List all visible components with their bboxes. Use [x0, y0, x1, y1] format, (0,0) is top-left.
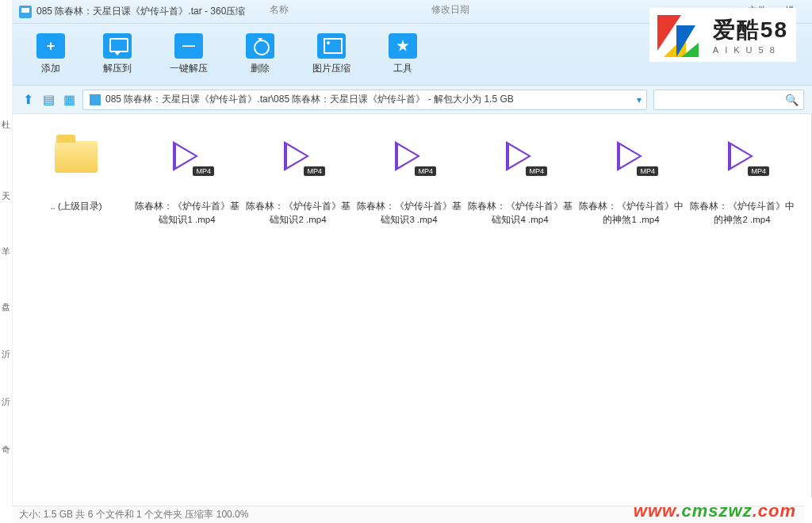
file-item[interactable]: MP4 陈春林：《炉传斗首》基础知识3 .mp4	[354, 130, 465, 233]
left-edge-sliver: 杜 天 羊 盘 沂 沂 奇	[0, 0, 13, 507]
video-icon: MP4	[390, 138, 428, 176]
image-compress-button[interactable]: 图片压缩	[312, 33, 350, 75]
image-icon	[317, 33, 346, 59]
video-icon: MP4	[168, 138, 206, 176]
chevron-down-icon[interactable]: ▾	[637, 94, 642, 105]
file-item[interactable]: MP4 陈春林：《炉传斗首》基础知识4 .mp4	[465, 130, 576, 233]
add-icon	[36, 33, 65, 59]
oneclick-icon	[174, 33, 203, 59]
path-text: 085 陈春林：天星日课《炉传斗首》.tar\085 陈春林：天星日课《炉传斗首…	[105, 93, 514, 106]
extract-to-button[interactable]: 解压到	[103, 33, 132, 75]
up-button[interactable]: ⬆	[21, 93, 35, 107]
parent-folder-item[interactable]: .. (上级目录)	[21, 130, 132, 233]
brand-logo: 爱酷58 AIKU58	[649, 8, 796, 62]
video-icon: MP4	[612, 138, 650, 176]
path-input[interactable]: 085 陈春林：天星日课《炉传斗首》.tar\085 陈春林：天星日课《炉传斗首…	[82, 90, 647, 110]
video-icon: MP4	[723, 138, 761, 176]
view-list-button[interactable]: ▤	[41, 93, 56, 107]
search-input[interactable]	[659, 94, 785, 105]
view-grid-button[interactable]: ▦	[62, 93, 76, 107]
status-text: 大小: 1.5 GB 共 6 个文件和 1 个文件夹 压缩率 100.0%	[19, 508, 248, 521]
video-icon: MP4	[501, 138, 539, 176]
window-title: 085 陈春林：天星日课《炉传斗首》.tar - 360压缩	[36, 5, 245, 18]
delete-button[interactable]: 删除	[246, 33, 274, 75]
add-button[interactable]: 添加	[36, 33, 65, 75]
logo-mark-icon	[657, 11, 705, 59]
path-bar: ⬆ ▤ ▦ 085 陈春林：天星日课《炉传斗首》.tar\085 陈春林：天星日…	[13, 86, 812, 114]
background-column-headers: 名称修改日期	[270, 3, 612, 17]
delete-icon	[246, 33, 274, 59]
tools-icon	[389, 33, 417, 59]
search-box[interactable]: 🔍	[653, 90, 804, 110]
file-item[interactable]: MP4 陈春林：《炉传斗首》中的神煞2 .mp4	[687, 130, 798, 233]
file-item[interactable]: MP4 陈春林：《炉传斗首》基础知识2 .mp4	[243, 130, 354, 233]
folder-icon	[55, 141, 98, 173]
file-grid: .. (上级目录) MP4 陈春林：《炉传斗首》基础知识1 .mp4 MP4 陈…	[13, 114, 812, 498]
file-item[interactable]: MP4 陈春林：《炉传斗首》中的神煞1 .mp4	[576, 130, 687, 233]
tools-button[interactable]: 工具	[389, 33, 417, 75]
oneclick-extract-button[interactable]: 一键解压	[170, 33, 208, 75]
extract-icon	[103, 33, 132, 59]
archive-small-icon	[90, 94, 101, 105]
search-icon[interactable]: 🔍	[785, 94, 799, 106]
video-icon: MP4	[279, 138, 317, 176]
archive-icon	[19, 6, 32, 18]
file-item[interactable]: MP4 陈春林：《炉传斗首》基础知识1 .mp4	[132, 130, 243, 233]
url-watermark: www.cmszwz.com	[634, 501, 796, 521]
